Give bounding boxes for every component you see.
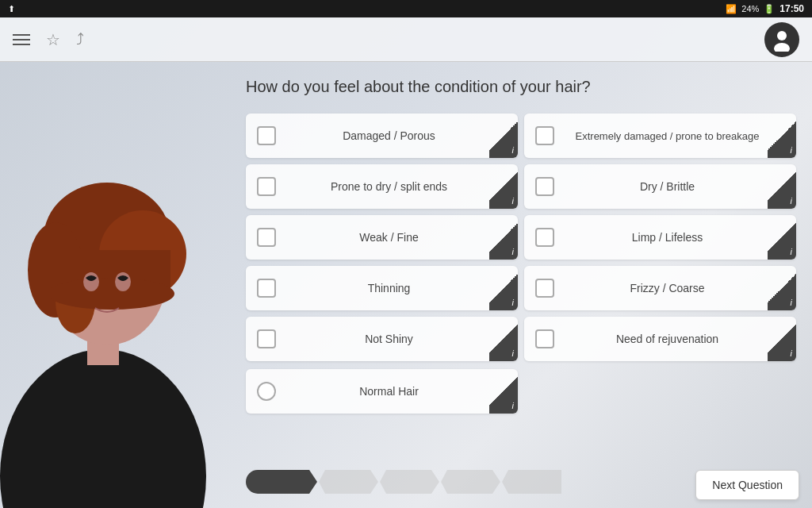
label-not-shiny: Not Shiny — [284, 333, 518, 345]
checkbox-thinning[interactable] — [257, 279, 276, 298]
checkbox-dry-brittle[interactable] — [535, 177, 554, 196]
progress-step-4 — [441, 470, 500, 494]
status-bar: ⬆ 📶 24% 🔋 17:50 — [0, 0, 812, 17]
label-normal-hair: Normal Hair — [284, 385, 518, 398]
next-question-button[interactable]: Next Question — [695, 470, 799, 500]
info-limp-lifeless[interactable]: i — [768, 215, 796, 260]
checkbox-not-shiny[interactable] — [257, 329, 276, 348]
wifi-icon: 📶 — [726, 4, 737, 14]
checkbox-prone-dry[interactable] — [257, 177, 276, 196]
info-icon-limp-lifeless: i — [791, 247, 792, 256]
label-thinning: Thinning — [284, 282, 518, 294]
checkbox-extremely-damaged[interactable] — [535, 126, 554, 145]
top-bar-left: ☆ ⤴ — [13, 30, 84, 49]
info-icon-frizzy-coarse: i — [791, 298, 792, 307]
info-thinning[interactable]: i — [489, 266, 518, 310]
svg-point-11 — [83, 272, 99, 291]
info-prone-dry[interactable]: i — [489, 164, 518, 209]
progress-step-2 — [319, 470, 378, 494]
option-normal-hair[interactable]: Normal Hair i — [246, 369, 518, 414]
svg-point-2 — [0, 349, 206, 508]
option-limp-lifeless[interactable]: Limp / Lifeless i — [524, 215, 796, 260]
info-extremely-damaged[interactable]: i — [768, 114, 796, 158]
top-bar: ☆ ⤴ — [0, 17, 812, 62]
info-icon-extremely-damaged: i — [791, 145, 792, 155]
info-weak-fine[interactable]: i — [489, 215, 518, 260]
clock-display: 17:50 — [779, 3, 804, 14]
option-frizzy-coarse[interactable]: Frizzy / Coarse i — [524, 266, 796, 310]
info-icon-normal-hair: i — [512, 401, 514, 410]
label-frizzy-coarse: Frizzy / Coarse — [562, 282, 796, 294]
info-icon-prone-dry: i — [512, 196, 514, 206]
menu-button[interactable] — [13, 34, 30, 45]
info-frizzy-coarse[interactable]: i — [768, 266, 796, 310]
question-title: How do you feel about the condition of y… — [246, 78, 796, 96]
info-icon-thinning: i — [512, 298, 514, 307]
info-icon-weak-fine: i — [512, 247, 514, 256]
option-damaged-porous[interactable]: Damaged / Porous i — [246, 114, 518, 158]
checkbox-damaged-porous[interactable] — [257, 126, 276, 145]
progress-step-5 — [502, 470, 561, 494]
checkbox-weak-fine[interactable] — [257, 228, 276, 247]
status-right: 📶 24% 🔋 17:50 — [726, 3, 804, 14]
usb-icon: ⬆ — [8, 4, 15, 14]
option-extremely-damaged[interactable]: Extremely damaged / prone to breakage i — [524, 114, 796, 158]
question-area: How do you feel about the condition of y… — [246, 78, 796, 468]
info-icon-damaged-porous: i — [512, 145, 514, 155]
radio-normal-hair[interactable] — [257, 382, 276, 401]
person-silhouette — [0, 95, 222, 508]
info-normal-hair[interactable]: i — [489, 369, 518, 414]
status-left: ⬆ — [8, 4, 18, 14]
favorite-button[interactable]: ☆ — [46, 30, 60, 49]
checkbox-limp-lifeless[interactable] — [535, 228, 554, 247]
label-extremely-damaged: Extremely damaged / prone to breakage — [562, 130, 796, 142]
battery-display: 24% — [741, 4, 759, 13]
progress-step-3 — [380, 470, 439, 494]
checkbox-frizzy-coarse[interactable] — [535, 279, 554, 298]
checkbox-need-rejuvenation[interactable] — [535, 329, 554, 348]
info-need-rejuvenation[interactable]: i — [768, 317, 796, 361]
info-icon-not-shiny: i — [512, 348, 514, 358]
option-dry-brittle[interactable]: Dry / Brittle i — [524, 164, 796, 209]
svg-point-1 — [774, 43, 790, 52]
label-damaged-porous: Damaged / Porous — [284, 129, 518, 142]
avatar[interactable] — [764, 22, 799, 57]
battery-icon: 🔋 — [764, 4, 775, 14]
label-weak-fine: Weak / Fine — [284, 231, 518, 244]
label-limp-lifeless: Limp / Lifeless — [562, 231, 796, 244]
option-not-shiny[interactable]: Not Shiny i — [246, 317, 518, 361]
share-button[interactable]: ⤴ — [76, 30, 84, 48]
option-need-rejuvenation[interactable]: Need of rejuvenation i — [524, 317, 796, 361]
progress-step-1 — [246, 470, 317, 494]
info-not-shiny[interactable]: i — [489, 317, 518, 361]
main-content: How do you feel about the condition of y… — [0, 62, 812, 508]
info-icon-need-rejuvenation: i — [791, 348, 792, 358]
progress-bar — [246, 470, 561, 494]
options-grid: Damaged / Porous i Extremely damaged / p… — [246, 114, 796, 361]
option-prone-dry[interactable]: Prone to dry / split ends i — [246, 164, 518, 209]
info-damaged-porous[interactable]: i — [489, 114, 518, 158]
svg-point-10 — [48, 278, 174, 310]
label-prone-dry: Prone to dry / split ends — [284, 180, 518, 193]
info-dry-brittle[interactable]: i — [768, 164, 796, 209]
svg-point-12 — [115, 272, 131, 291]
label-dry-brittle: Dry / Brittle — [562, 180, 796, 193]
person-image-area — [0, 62, 222, 508]
option-thinning[interactable]: Thinning i — [246, 266, 518, 310]
info-icon-dry-brittle: i — [791, 196, 792, 206]
label-need-rejuvenation: Need of rejuvenation — [562, 333, 796, 345]
option-weak-fine[interactable]: Weak / Fine i — [246, 215, 518, 260]
svg-point-0 — [777, 31, 787, 40]
